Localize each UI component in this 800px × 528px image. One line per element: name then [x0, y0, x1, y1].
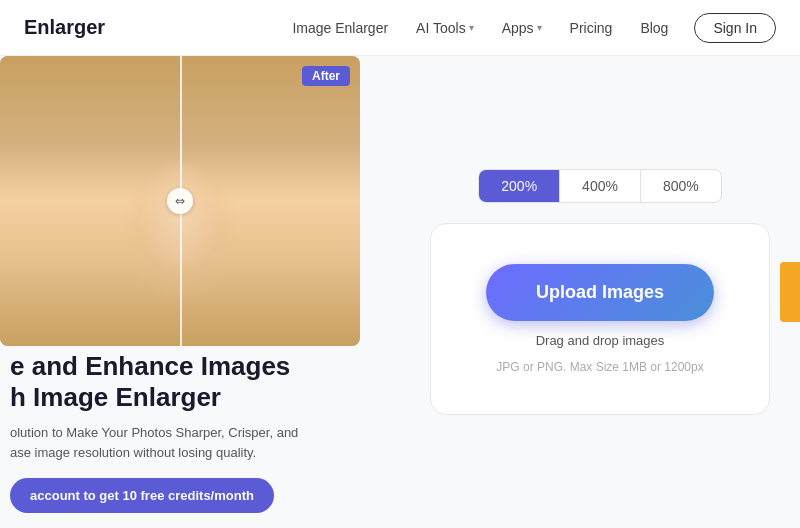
slider-handle[interactable]: ⇔ [167, 188, 193, 214]
nav-ai-tools[interactable]: AI Tools ▾ [406, 14, 484, 42]
upload-button[interactable]: Upload Images [486, 264, 714, 321]
zoom-200[interactable]: 200% [479, 170, 560, 202]
nav-pricing[interactable]: Pricing [560, 14, 623, 42]
left-panel: ⇔ After e and Enhance Images h Image Enl… [0, 56, 400, 528]
chevron-down-icon: ▾ [537, 22, 542, 33]
nav-image-enlarger[interactable]: Image Enlarger [282, 14, 398, 42]
drag-drop-label: Drag and drop images [536, 333, 665, 348]
nav-apps[interactable]: Apps ▾ [492, 14, 552, 42]
upload-area: Upload Images Drag and drop images JPG o… [430, 223, 770, 415]
right-panel: 200% 400% 800% Upload Images Drag and dr… [400, 56, 800, 528]
signin-button[interactable]: Sign In [694, 13, 776, 43]
nav-links: Image Enlarger AI Tools ▾ Apps ▾ Pricing… [282, 13, 776, 43]
main-content: ⇔ After e and Enhance Images h Image Enl… [0, 56, 800, 528]
free-credits-button[interactable]: account to get 10 free credits/month [10, 478, 274, 513]
hero-image: ⇔ After [0, 56, 360, 346]
hero-heading: e and Enhance Images h Image Enlarger [10, 351, 390, 413]
zoom-400[interactable]: 400% [560, 170, 641, 202]
logo: Enlarger [24, 16, 105, 39]
hero-subtext: olution to Make Your Photos Sharper, Cri… [10, 423, 390, 462]
file-hint-label: JPG or PNG. Max Size 1MB or 1200px [496, 360, 703, 374]
hero-text: e and Enhance Images h Image Enlarger ol… [0, 351, 400, 513]
nav-blog[interactable]: Blog [630, 14, 678, 42]
zoom-selector: 200% 400% 800% [478, 169, 721, 203]
right-edge-element [780, 262, 800, 322]
navbar: Enlarger Image Enlarger AI Tools ▾ Apps … [0, 0, 800, 56]
chevron-down-icon: ▾ [469, 22, 474, 33]
after-badge: After [302, 66, 350, 86]
zoom-800[interactable]: 800% [641, 170, 721, 202]
